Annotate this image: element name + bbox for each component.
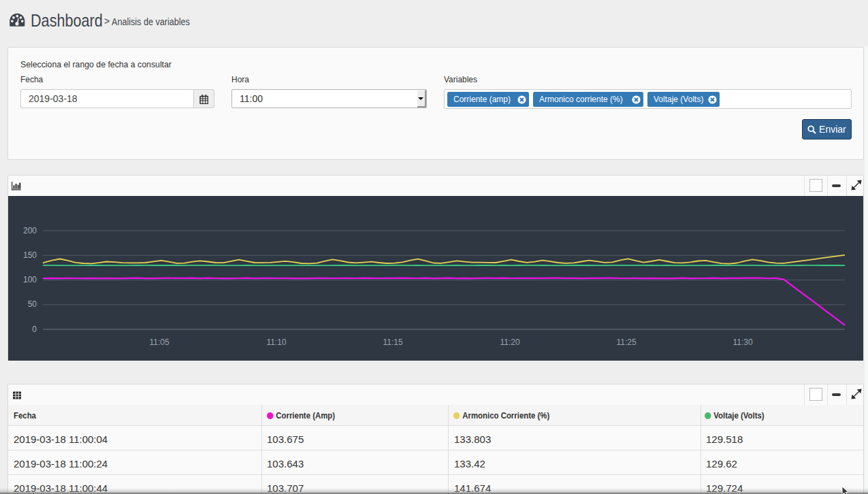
svg-text:11:10: 11:10: [266, 337, 286, 347]
svg-text:11:15: 11:15: [383, 337, 402, 347]
svg-text:11:05: 11:05: [149, 337, 169, 347]
svg-text:200: 200: [23, 226, 37, 235]
svg-text:11:25: 11:25: [616, 337, 636, 347]
svg-text:11:30: 11:30: [733, 337, 752, 347]
svg-text:150: 150: [23, 250, 37, 260]
svg-text:50: 50: [28, 299, 37, 309]
svg-text:100: 100: [23, 275, 37, 284]
svg-text:0: 0: [32, 325, 37, 334]
svg-text:11:20: 11:20: [500, 337, 519, 347]
